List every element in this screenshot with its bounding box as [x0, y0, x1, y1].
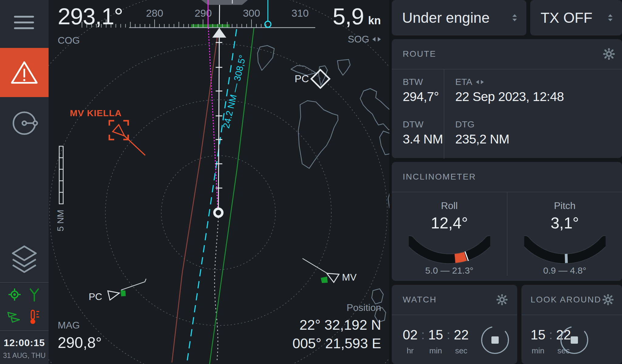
stop-timer-icon	[479, 324, 511, 356]
dtw-value: 3.4 NM	[403, 132, 444, 147]
sort-arrows-icon	[512, 14, 517, 21]
btw-value: 294,7°	[403, 89, 444, 104]
sog-unit: kn	[368, 14, 381, 27]
clock: 12:00:15 31 AUG, THU	[0, 337, 49, 360]
cog-label: COG	[58, 35, 123, 46]
vessel-pc-label: PC	[89, 291, 102, 302]
wind-status-indicator	[7, 311, 21, 325]
radar-range-button[interactable]	[11, 110, 38, 138]
colon: :	[418, 328, 428, 356]
warning-triangle-icon	[10, 60, 38, 85]
position-readout: Position 22° 32,192 N 005° 21,593 E	[292, 302, 381, 352]
watch-sec-label: sec	[455, 346, 467, 356]
watch-hr-label: hr	[407, 346, 414, 356]
mag-label: MAG	[58, 320, 102, 331]
route-settings-gear-icon[interactable]	[603, 48, 615, 60]
layers-icon	[11, 245, 38, 273]
look-around-min-label: min	[532, 346, 545, 356]
sog-toggle-arrows-icon[interactable]	[372, 36, 381, 42]
vessel-mv-label: MV	[342, 272, 357, 283]
pitch-arc-icon	[524, 234, 606, 265]
route-title: ROUTE	[403, 49, 436, 59]
ecdis-screen: 280 290 300 310	[0, 0, 622, 364]
alerts-button[interactable]	[0, 48, 49, 97]
position-label: Position	[292, 302, 381, 313]
watch-settings-gear-icon[interactable]	[497, 294, 508, 305]
wind-vane-icon	[7, 311, 21, 323]
look-around-timer-card: LOOK AROUND 15 min : 22 sec	[521, 285, 622, 364]
position-lon: 005° 21,593 E	[292, 334, 381, 353]
dtg-value: 235,2 NM	[455, 132, 622, 147]
ribbon-tick-label: 290	[195, 7, 212, 19]
waypoint-label: PC	[295, 73, 309, 85]
antenna-icon	[28, 288, 40, 302]
dtw-label: DTW	[403, 119, 444, 130]
ribbon-tick-label: 310	[292, 7, 309, 19]
watch-title: WATCH	[403, 295, 437, 305]
layers-button[interactable]	[11, 245, 38, 274]
clock-time: 12:00:15	[0, 337, 49, 349]
hamburger-icon	[14, 16, 34, 18]
inclinometer-title: INCLINOMETER	[403, 172, 476, 182]
tx-status-value: TX OFF	[541, 9, 593, 26]
roll-value: 12,4°	[392, 214, 507, 232]
colon: :	[545, 328, 556, 356]
sidebar: 12:00:15 31 AUG, THU	[0, 0, 49, 364]
btw-label: BTW	[403, 77, 444, 87]
eta-toggle-arrows-icon[interactable]	[476, 79, 484, 85]
watch-min: 15	[428, 327, 443, 342]
ribbon-tick-label: 280	[146, 7, 163, 19]
nav-status-value: Under engine	[402, 9, 490, 26]
watch-sec: 22	[454, 327, 469, 342]
ribbon-turn-band	[191, 24, 230, 28]
sidebar-divider	[0, 330, 49, 331]
nav-status-dropdown[interactable]: Under engine	[392, 0, 526, 35]
range-scale-label: 5 NM	[55, 210, 66, 231]
inclinometer-card: INCLINOMETER Roll 12,4° 5.0 — 21.3° Pitc…	[392, 162, 622, 281]
watch-stop-button[interactable]	[479, 324, 511, 357]
temperature-status-indicator	[29, 310, 41, 325]
mag-value: 290,8°	[58, 334, 102, 352]
menu-button[interactable]	[14, 16, 34, 29]
roll-arc-icon	[409, 234, 490, 265]
antenna-status-indicator	[28, 288, 40, 303]
right-panel: Under engine TX OFF ROUTE BTW 294,7° DTW…	[389, 0, 622, 364]
clock-date: 31 AUG, THU	[0, 352, 49, 360]
sog-label: SOG	[348, 34, 369, 45]
look-around-min: 15	[531, 327, 545, 342]
ribbon-tick-label: 300	[243, 7, 260, 19]
roll-gauge: Roll 12,4° 5.0 — 21.3°	[392, 192, 507, 276]
sog-value: 5,9	[333, 3, 364, 29]
watch-timer-card: WATCH 02 hr : 15 min : 22 sec	[392, 285, 517, 364]
dtg-label: DTG	[455, 119, 622, 130]
eta-label: ETA	[455, 77, 472, 87]
watch-hr: 02	[403, 327, 418, 342]
gps-fix-icon	[8, 288, 21, 301]
route-card: ROUTE BTW 294,7° DTW 3.4 NM ETA 22 Sep 2…	[392, 39, 622, 158]
pitch-gauge: Pitch 3,1° 0.9 — 4.8°	[507, 192, 622, 276]
cog-readout: 293,1° COG	[58, 3, 123, 46]
thermometer-icon	[29, 310, 41, 324]
roll-label: Roll	[392, 200, 507, 211]
look-around-settings-gear-icon[interactable]	[603, 294, 613, 305]
watch-min-label: min	[429, 346, 442, 356]
position-lat: 22° 32,192 N	[292, 316, 381, 334]
roll-range: 5.0 — 21.3°	[392, 265, 507, 276]
look-around-title: LOOK AROUND	[531, 295, 601, 305]
ais-target-name[interactable]: MV KIELLA	[70, 108, 122, 118]
tx-status-dropdown[interactable]: TX OFF	[530, 0, 622, 35]
stop-timer-icon	[559, 324, 590, 356]
mag-readout: MAG 290,8°	[58, 320, 102, 352]
pitch-label: Pitch	[508, 200, 622, 211]
pitch-value: 3,1°	[508, 214, 622, 232]
look-around-stop-button[interactable]	[559, 324, 590, 357]
sog-readout: 5,9 kn SOG	[333, 3, 381, 45]
radar-bearing-icon	[11, 110, 38, 137]
cog-value: 293,1°	[58, 3, 123, 29]
pitch-range: 0.9 — 4.8°	[508, 265, 622, 276]
colon: :	[443, 328, 454, 356]
sort-arrows-icon	[608, 14, 613, 21]
sidebar-divider	[0, 282, 49, 283]
gps-status-indicator	[8, 288, 21, 302]
eta-value: 22 Sep 2023, 12:48	[455, 89, 622, 104]
